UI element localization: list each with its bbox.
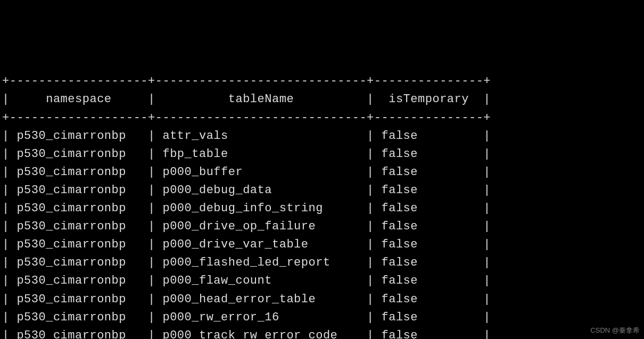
terminal-output: +-------------------+-------------------… <box>0 72 644 339</box>
watermark: CSDN @秦拿希 <box>590 325 640 336</box>
